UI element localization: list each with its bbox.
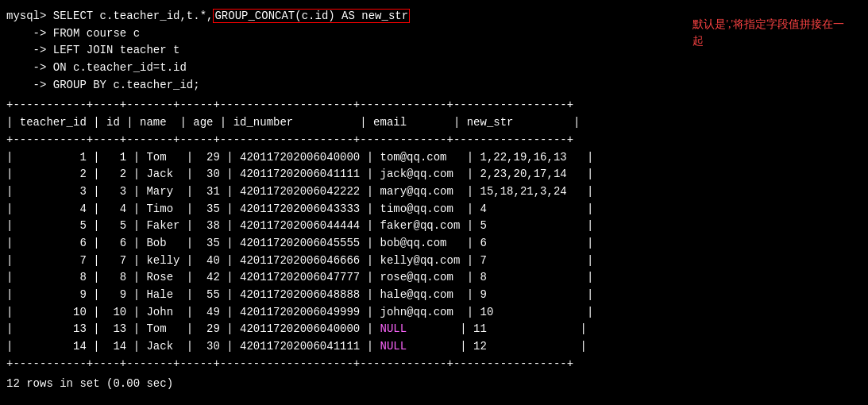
table-body: | 1 | 1 | Tom | 29 | 420117202006040000 … — [6, 149, 862, 356]
table-row: | 1 | 1 | Tom | 29 | 420117202006040000 … — [6, 149, 862, 167]
divider-top: +-----------+----+-------+-----+--------… — [6, 97, 862, 114]
query-line-3: -> LEFT JOIN teacher t — [6, 44, 179, 56]
footer: 12 rows in set (0.00 sec) — [6, 376, 862, 393]
terminal: 默认是','将指定字段值拼接在一 起 mysql> SELECT c.teach… — [0, 0, 868, 401]
table-row: | 6 | 6 | Bob | 35 | 420117202006045555 … — [6, 235, 862, 253]
highlight-group-concat: GROUP_CONCAT(c.id) AS new_str — [213, 9, 410, 23]
table-row: | 9 | 9 | Hale | 55 | 420117202006048888… — [6, 287, 862, 304]
table-row: | 14 | 14 | Jack | 30 | 4201172020060411… — [6, 338, 862, 356]
divider-bottom: +-----------+----+-------+-----+--------… — [6, 356, 862, 373]
query-line-5: -> GROUP BY c.teacher_id; — [6, 79, 200, 91]
table-row: | 5 | 5 | Faker | 38 | 42011720200604444… — [6, 218, 862, 235]
table-row: | 3 | 3 | Mary | 31 | 420117202006042222… — [6, 183, 862, 201]
query-line-4: -> ON c.teacher_id=t.id — [6, 61, 187, 74]
prompt: mysql> SELECT c.teacher_id,t.*, — [6, 10, 213, 22]
query-line-2: -> FROM course c — [6, 27, 140, 40]
table-row: | 8 | 8 | Rose | 42 | 420117202006047777… — [6, 269, 862, 287]
table-row: | 7 | 7 | kelly | 40 | 42011720200604666… — [6, 253, 862, 270]
table-row: | 10 | 10 | John | 49 | 4201172020060499… — [6, 304, 862, 322]
table-row: | 2 | 2 | Jack | 30 | 420117202006041111… — [6, 166, 862, 183]
annotation: 默认是','将指定字段值拼接在一 起 — [692, 16, 844, 49]
table-header: | teacher_id | id | name | age | id_numb… — [6, 114, 862, 132]
table-row: | 13 | 13 | Tom | 29 | 42011720200604000… — [6, 321, 862, 338]
result-table: +-----------+----+-------+-----+--------… — [6, 97, 862, 372]
divider-header: +-----------+----+-------+-----+--------… — [6, 132, 862, 149]
table-row: | 4 | 4 | Timo | 35 | 420117202006043333… — [6, 201, 862, 218]
